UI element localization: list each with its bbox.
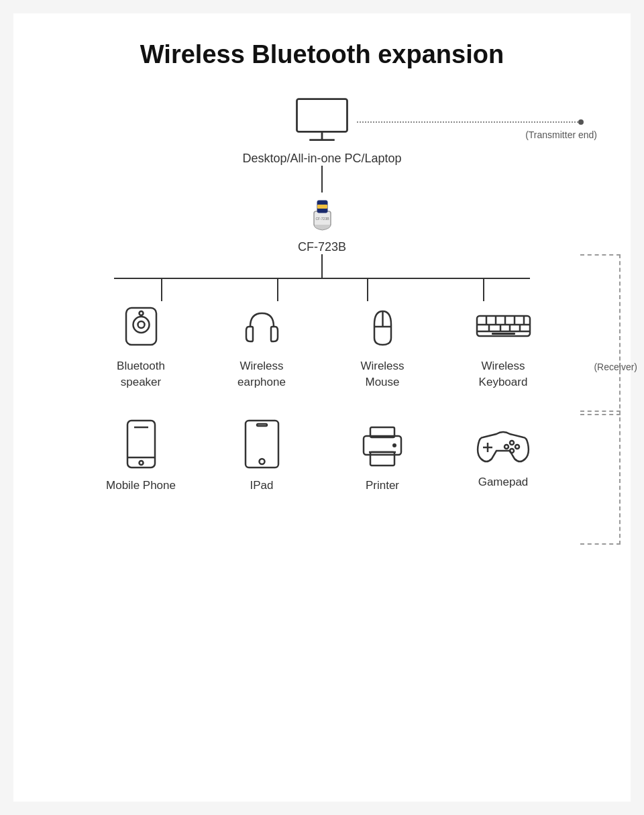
usb-label: CF-723B <box>298 240 346 254</box>
svg-point-43 <box>504 445 508 449</box>
svg-point-42 <box>510 449 514 453</box>
item-printer: Printer <box>329 417 436 494</box>
keyboard-label: Wireless Keyboard <box>479 358 528 390</box>
gamepad-label: Gamepad <box>478 474 529 490</box>
svg-point-31 <box>259 459 264 464</box>
keyboard-icon <box>472 301 535 351</box>
svg-rect-25 <box>492 333 515 335</box>
branch-h-line <box>114 278 530 279</box>
usb-section: CF-723B CF-723B <box>298 193 346 254</box>
diagram: Desktop/All-in-one PC/Laptop (Transmitte… <box>34 96 610 493</box>
items-row-1: Bluetooth speaker Wireless earphone <box>80 301 564 390</box>
pc-block: Desktop/All-in-one PC/Laptop <box>242 96 401 166</box>
printer-label: Printer <box>366 478 399 494</box>
receiver-bracket-bottom <box>580 411 621 545</box>
usb-icon: CF-723B <box>301 193 344 236</box>
svg-rect-5 <box>317 205 327 209</box>
item-ipad: IPad <box>208 417 315 494</box>
mouse-icon <box>358 301 408 351</box>
svg-point-37 <box>392 443 396 447</box>
tablet-label: IPad <box>250 478 274 494</box>
phone-label: Mobile Phone <box>106 478 176 494</box>
page: Wireless Bluetooth expansion Desktop/All… <box>13 13 631 802</box>
earphone-label: Wireless earphone <box>237 358 286 390</box>
pc-section: Desktop/All-in-one PC/Laptop (Transmitte… <box>34 96 610 166</box>
svg-rect-30 <box>246 421 278 468</box>
printer-icon <box>356 417 409 471</box>
tablet-icon <box>240 417 284 471</box>
transmitter-label: (Transmitter end) <box>525 129 597 140</box>
speaker-icon <box>116 301 166 351</box>
svg-text:CF-723B: CF-723B <box>315 217 329 221</box>
item-wireless-keyboard: Wireless Keyboard <box>449 301 557 390</box>
page-title: Wireless Bluetooth expansion <box>34 40 610 69</box>
phone-icon <box>119 417 163 471</box>
gamepad-icon <box>473 417 533 468</box>
item-gamepad: Gamepad <box>449 417 557 494</box>
svg-point-10 <box>139 311 143 315</box>
svg-rect-7 <box>126 308 156 345</box>
items-row-2: Mobile Phone IPad <box>80 417 564 494</box>
item-wireless-earphone: Wireless earphone <box>208 301 315 390</box>
v-line-2 <box>321 254 323 278</box>
item-wireless-mouse: Wireless Mouse <box>329 301 436 390</box>
svg-rect-0 <box>297 99 347 132</box>
svg-point-41 <box>515 445 519 449</box>
receiver-label-1: (Receiver) <box>594 362 637 372</box>
svg-rect-32 <box>257 424 267 426</box>
mouse-label: Wireless Mouse <box>360 358 404 390</box>
v-line-1 <box>321 166 323 193</box>
svg-point-40 <box>510 441 514 445</box>
svg-point-9 <box>138 321 144 328</box>
svg-point-29 <box>139 461 143 465</box>
pc-label: Desktop/All-in-one PC/Laptop <box>242 152 401 166</box>
speaker-label: Bluetooth speaker <box>117 358 165 390</box>
item-mobile-phone: Mobile Phone <box>87 417 195 494</box>
earphone-icon <box>237 301 287 351</box>
receiver-bracket-top <box>580 254 621 415</box>
pc-icon <box>288 96 356 146</box>
transmitter-line <box>357 119 584 125</box>
item-bluetooth-speaker: Bluetooth speaker <box>87 301 195 390</box>
svg-point-8 <box>133 317 149 333</box>
